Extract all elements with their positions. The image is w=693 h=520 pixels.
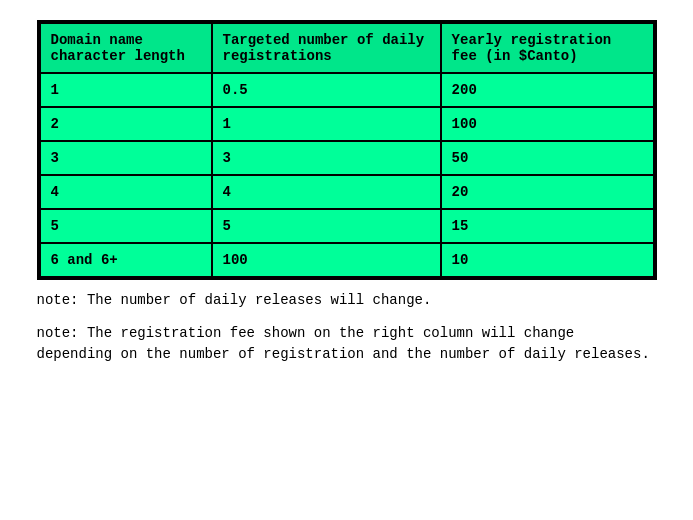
registration-table: Domain name character length Targeted nu… [39,22,655,278]
cell-fee: 100 [441,107,654,141]
cell-fee: 50 [441,141,654,175]
cell-daily: 3 [212,141,441,175]
table-header-row: Domain name character length Targeted nu… [40,23,654,73]
cell-length: 3 [40,141,212,175]
cell-length: 4 [40,175,212,209]
table-row: 4420 [40,175,654,209]
main-table-container: Domain name character length Targeted nu… [37,20,657,280]
notes-container: note: The number of daily releases will … [37,290,657,365]
cell-length: 1 [40,73,212,107]
cell-daily: 1 [212,107,441,141]
table-row: 3350 [40,141,654,175]
cell-fee: 200 [441,73,654,107]
cell-length: 2 [40,107,212,141]
table-row: 21100 [40,107,654,141]
cell-fee: 15 [441,209,654,243]
cell-daily: 5 [212,209,441,243]
cell-length: 6 and 6+ [40,243,212,277]
note-2: note: The registration fee shown on the … [37,323,657,365]
cell-fee: 20 [441,175,654,209]
cell-fee: 10 [441,243,654,277]
col-header-daily: Targeted number of daily registrations [212,23,441,73]
col-header-fee: Yearly registration fee (in $Canto) [441,23,654,73]
cell-daily: 4 [212,175,441,209]
table-row: 10.5200 [40,73,654,107]
cell-daily: 100 [212,243,441,277]
table-row: 6 and 6+10010 [40,243,654,277]
table-row: 5515 [40,209,654,243]
cell-daily: 0.5 [212,73,441,107]
cell-length: 5 [40,209,212,243]
note-1: note: The number of daily releases will … [37,290,657,311]
col-header-length: Domain name character length [40,23,212,73]
